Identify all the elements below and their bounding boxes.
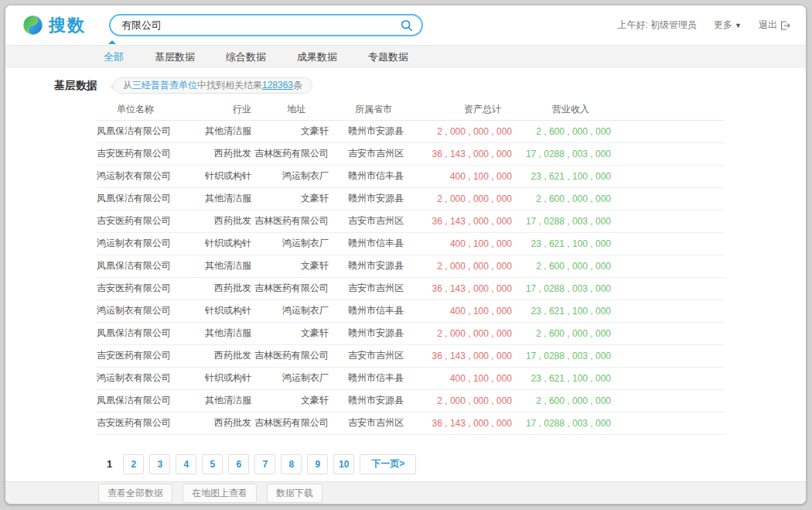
- total-assets-cell: 400 , 100 , 000: [418, 165, 512, 187]
- header: 搜数 上午好: 初级管理员 更多 ▼ 退出: [5, 5, 806, 45]
- revenue-cell: 17 , 0288 , 003 , 000: [512, 412, 611, 434]
- address-cell: 鸿运制衣厂: [251, 299, 329, 322]
- filler-cell: [611, 412, 725, 434]
- user-area: 上午好: 初级管理员 更多 ▼ 退出: [617, 19, 790, 32]
- unit-name-cell: 凤凰保洁有限公司: [97, 255, 205, 277]
- results-table: 单位名称 行业 地址 所属省市 资产总计 营业收入 凤凰保洁有限公司其他清洁服文…: [97, 100, 725, 435]
- region-cell: 赣州市安源县: [329, 187, 418, 210]
- table-body: 凤凰保洁有限公司其他清洁服文豪轩赣州市安源县2 , 000 , 000 , 00…: [97, 120, 725, 434]
- address-cell: 文豪轩: [251, 255, 329, 277]
- revenue-cell: 23 , 621 , 100 , 000: [512, 299, 611, 322]
- region-cell: 吉安市吉州区: [329, 412, 418, 434]
- revenue-cell: 2 , 600 , 000 , 000: [512, 322, 611, 344]
- brand-name: 搜数: [49, 14, 86, 37]
- col-header-region: 所属省市: [329, 100, 418, 120]
- unit-name-cell: 吉安医药有限公司: [97, 412, 205, 434]
- industry-cell: 针织或构针: [205, 165, 251, 187]
- result-suffix: 条: [293, 80, 302, 91]
- result-summary-pill: 从三经普普查单位中找到相关结果128363条: [113, 77, 312, 94]
- address-cell: 文豪轩: [251, 120, 329, 142]
- table-header-row: 单位名称 行业 地址 所属省市 资产总计 营业收入: [97, 100, 725, 120]
- more-menu[interactable]: 更多 ▼: [714, 19, 742, 32]
- result-count-link[interactable]: 128363: [262, 80, 293, 91]
- industry-cell: 西药批发: [205, 412, 251, 434]
- result-source-link[interactable]: 三经普普查单位: [132, 80, 197, 91]
- total-assets-cell: 36 , 143 , 000 , 000: [418, 412, 512, 434]
- unit-name-cell: 吉安医药有限公司: [97, 277, 205, 299]
- result-prefix: 从: [123, 80, 132, 91]
- region-cell: 赣州市安源县: [329, 255, 418, 277]
- col-header-total-assets: 资产总计: [418, 100, 512, 120]
- revenue-cell: 23 , 621 , 100 , 000: [512, 165, 611, 187]
- footer-bar: 查看全部数据 在地图上查看 数据下载: [5, 481, 806, 504]
- filler-cell: [611, 210, 725, 232]
- table-row: 吉安医药有限公司西药批发吉林医药有限公司吉安市吉州区36 , 143 , 000…: [97, 412, 725, 434]
- view-all-data-button[interactable]: 查看全部数据: [98, 484, 172, 503]
- col-header-address: 地址: [251, 100, 329, 120]
- tab-2[interactable]: 综合数据: [226, 50, 266, 64]
- filler-cell: [611, 255, 725, 277]
- region-cell: 赣州市安源县: [329, 389, 418, 412]
- total-assets-cell: 400 , 100 , 000: [418, 232, 512, 255]
- address-cell: 吉林医药有限公司: [251, 210, 329, 232]
- filler-cell: [611, 187, 725, 210]
- tab-0[interactable]: 全部: [104, 50, 124, 64]
- total-assets-cell: 36 , 143 , 000 , 000: [418, 277, 512, 299]
- page-button-6[interactable]: 6: [228, 454, 249, 474]
- page-button-7[interactable]: 7: [254, 454, 275, 474]
- region-cell: 赣州市信丰县: [329, 299, 418, 322]
- table-row: 鸿运制衣有限公司针织或构针鸿运制衣厂赣州市信丰县400 , 100 , 0002…: [97, 232, 725, 255]
- result-bar: 基层数据 从三经普普查单位中找到相关结果128363条: [5, 68, 806, 100]
- unit-name-cell: 吉安医药有限公司: [97, 210, 205, 232]
- table-row: 鸿运制衣有限公司针织或构针鸿运制衣厂赣州市信丰县400 , 100 , 0002…: [97, 165, 725, 187]
- table-row: 吉安医药有限公司西药批发吉林医药有限公司吉安市吉州区36 , 143 , 000…: [97, 277, 725, 299]
- filler-cell: [611, 142, 725, 165]
- page-button-4[interactable]: 4: [176, 454, 196, 474]
- page-button-10[interactable]: 10: [333, 454, 354, 474]
- table-row: 凤凰保洁有限公司其他清洁服文豪轩赣州市安源县2 , 000 , 000 , 00…: [97, 187, 725, 210]
- region-cell: 吉安市吉州区: [329, 142, 418, 165]
- tab-3[interactable]: 成果数据: [297, 50, 337, 64]
- unit-name-cell: 凤凰保洁有限公司: [97, 187, 205, 210]
- search-input[interactable]: [121, 19, 400, 31]
- total-assets-cell: 2 , 000 , 000 , 000: [418, 255, 512, 277]
- page-button-3[interactable]: 3: [149, 454, 170, 474]
- view-on-map-button[interactable]: 在地图上查看: [183, 484, 257, 503]
- unit-name-cell: 吉安医药有限公司: [97, 344, 205, 367]
- revenue-cell: 2 , 600 , 000 , 000: [512, 389, 611, 412]
- table-row: 吉安医药有限公司西药批发吉林医药有限公司吉安市吉州区36 , 143 , 000…: [97, 344, 725, 367]
- table-row: 凤凰保洁有限公司其他清洁服文豪轩赣州市安源县2 , 000 , 000 , 00…: [97, 255, 725, 277]
- page-button-8[interactable]: 8: [281, 454, 302, 474]
- chevron-down-icon: ▼: [735, 22, 742, 29]
- total-assets-cell: 36 , 143 , 000 , 000: [418, 142, 512, 165]
- download-data-button[interactable]: 数据下载: [267, 484, 322, 503]
- region-cell: 吉安市吉州区: [329, 210, 418, 232]
- page-button-2[interactable]: 2: [123, 454, 144, 474]
- brand-logo[interactable]: 搜数: [22, 14, 86, 37]
- total-assets-cell: 2 , 000 , 000 , 000: [418, 120, 512, 142]
- address-cell: 吉林医药有限公司: [251, 277, 329, 299]
- tab-4[interactable]: 专题数据: [368, 50, 408, 64]
- address-cell: 文豪轩: [251, 389, 329, 412]
- col-header-unit-name: 单位名称: [97, 100, 205, 120]
- unit-name-cell: 鸿运制衣有限公司: [97, 367, 205, 389]
- unit-name-cell: 凤凰保洁有限公司: [97, 322, 205, 344]
- address-cell: 鸿运制衣厂: [251, 232, 329, 255]
- col-header-industry: 行业: [205, 100, 251, 120]
- page-button-9[interactable]: 9: [307, 454, 328, 474]
- logout-button[interactable]: 退出: [759, 19, 790, 32]
- unit-name-cell: 鸿运制衣有限公司: [97, 232, 205, 255]
- region-cell: 吉安市吉州区: [329, 344, 418, 367]
- filler-cell: [611, 277, 725, 299]
- industry-cell: 西药批发: [205, 277, 251, 299]
- tab-1[interactable]: 基层数据: [155, 50, 195, 64]
- next-page-button[interactable]: 下一页>: [360, 454, 416, 474]
- region-cell: 吉安市吉州区: [329, 277, 418, 299]
- total-assets-cell: 2 , 000 , 000 , 000: [418, 322, 512, 344]
- page-button-5[interactable]: 5: [202, 454, 223, 474]
- filler-cell: [611, 367, 725, 389]
- search-icon[interactable]: [400, 19, 414, 33]
- page-buttons: 2345678910: [123, 454, 360, 474]
- user-greeting: 上午好: 初级管理员: [617, 19, 697, 32]
- revenue-cell: 2 , 600 , 000 , 000: [512, 120, 611, 142]
